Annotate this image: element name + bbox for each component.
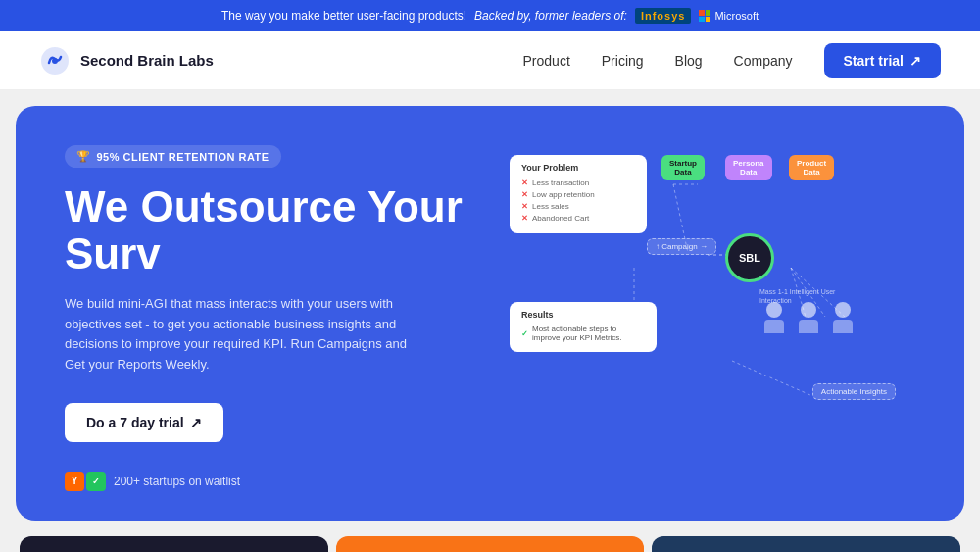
mystudia-card: ⊡ MyStudia 15x ROI on consultancy servic… xyxy=(336,536,645,552)
brand-logo-icon xyxy=(39,45,71,76)
hero-description: We build mini-AGI that mass interacts wi… xyxy=(65,294,417,376)
banner-message: The way you make better user-facing prod… xyxy=(221,9,466,23)
hero-content: 🏆 95% CLIENT RETENTION RATE We Outsource… xyxy=(65,145,915,491)
sayf-card: Sayf. 18x ROI on financial service app. … xyxy=(652,536,960,552)
hero-title: We Outsource Your Surv xyxy=(65,183,470,278)
hero-diagram: Your Problem ✕ Less transaction ✕ Low ap… xyxy=(510,145,915,491)
waitlist-icons: Y ✓ xyxy=(65,472,106,491)
product-data-card: Product Data xyxy=(789,155,834,180)
problem-box: Your Problem ✕ Less transaction ✕ Low ap… xyxy=(510,155,647,233)
product-icon: ✓ xyxy=(86,472,106,491)
nav-pricing[interactable]: Pricing xyxy=(602,53,644,69)
problem-item-3: ✕ Less sales xyxy=(521,202,635,211)
infosys-logo: Infosys xyxy=(635,8,692,24)
problem-title: Your Problem xyxy=(521,163,635,173)
start-trial-button[interactable]: Start trial ↗ xyxy=(824,43,941,78)
hero-section: 🏆 95% CLIENT RETENTION RATE We Outsource… xyxy=(16,106,964,521)
brand-name: Second Brain Labs xyxy=(80,52,214,69)
hero-left: 🏆 95% CLIENT RETENTION RATE We Outsource… xyxy=(65,145,470,491)
badge-icon: 🏆 xyxy=(76,150,91,163)
microsoft-grid-icon xyxy=(699,10,710,22)
sbl-circle: SBL xyxy=(725,233,774,282)
nav-company[interactable]: Company xyxy=(734,53,793,69)
navbar: Second Brain Labs Product Pricing Blog C… xyxy=(0,31,980,90)
cards-section: ʻantern. 50X ROI on course sales Leads c… xyxy=(16,536,964,552)
yc-icon: Y xyxy=(65,472,84,491)
mini-agents xyxy=(764,302,853,333)
insights-box: Actionable Insights xyxy=(812,383,896,400)
trial-arrow-icon: ↗ xyxy=(190,415,202,430)
waitlist-area: Y ✓ 200+ startups on waitlist xyxy=(65,472,470,491)
diagram-container: Your Problem ✕ Less transaction ✕ Low ap… xyxy=(510,145,915,420)
results-item-1: ✓ Most actionable steps to improve your … xyxy=(521,325,645,342)
problem-item-2: ✕ Low app retention xyxy=(521,190,635,199)
results-box: Results ✓ Most actionable steps to impro… xyxy=(510,302,657,352)
sayf-logo-area: Sayf. xyxy=(652,536,960,552)
problem-item-1: ✕ Less transaction xyxy=(521,178,635,187)
antern-logo-area: ʻantern. xyxy=(20,536,328,552)
top-banner: The way you make better user-facing prod… xyxy=(0,0,980,31)
agent-2 xyxy=(799,302,818,333)
logo-area: Second Brain Labs xyxy=(39,45,214,76)
banner-backed: Backed by, former leaders of: xyxy=(474,9,627,23)
nav-links: Product Pricing Blog Company Start trial… xyxy=(523,43,941,78)
trial-button[interactable]: Do a 7 day trial ↗ xyxy=(65,403,223,442)
agent-3 xyxy=(833,302,853,333)
svg-line-9 xyxy=(732,361,810,395)
arrow-icon: ↗ xyxy=(909,53,921,69)
nav-product[interactable]: Product xyxy=(523,53,570,69)
waitlist-text: 200+ startups on waitlist xyxy=(114,475,240,488)
retention-badge: 🏆 95% CLIENT RETENTION RATE xyxy=(65,145,281,168)
startup-data-card: Startup Data xyxy=(662,155,705,180)
persona-data-card: Persona Data xyxy=(725,155,772,180)
mystudia-logo-area: ⊡ MyStudia xyxy=(336,536,645,552)
microsoft-logo: Microsoft xyxy=(699,10,759,22)
problem-item-4: ✕ Abandoned Cart xyxy=(521,214,635,223)
campaign-box: ↑ Campaign → xyxy=(647,238,716,255)
antern-card: ʻantern. 50X ROI on course sales Leads c… xyxy=(20,536,328,552)
svg-point-1 xyxy=(52,58,58,64)
agent-1 xyxy=(764,302,784,333)
nav-blog[interactable]: Blog xyxy=(675,53,703,69)
